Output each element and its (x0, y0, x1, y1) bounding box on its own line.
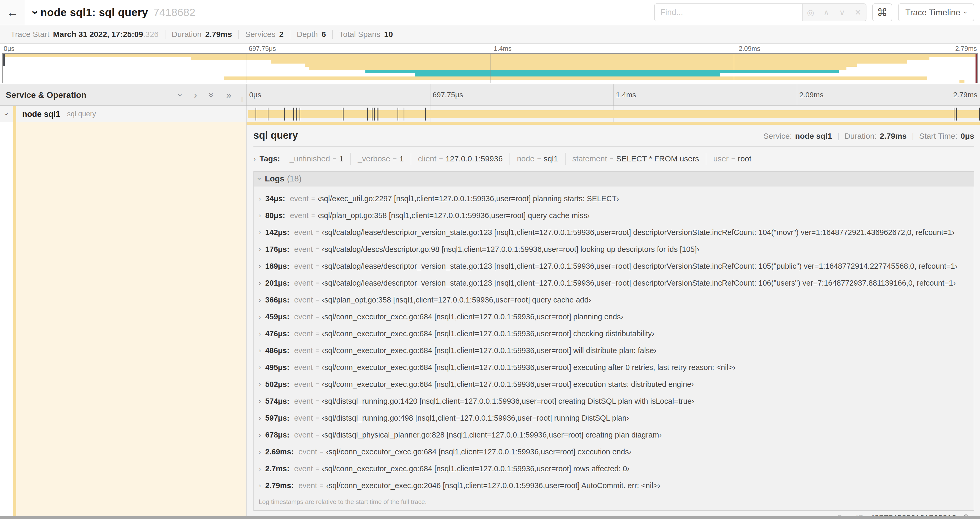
log-row[interactable]: ›486μs:event=‹sql/conn_executor_exec.go:… (254, 342, 974, 359)
log-expand-chevron-icon[interactable]: › (259, 228, 261, 236)
log-field-value: ‹sql/conn_executor_exec.go:684 [nsql1,cl… (322, 363, 735, 372)
logs-header[interactable]: › Logs (18) (254, 172, 974, 187)
log-marker-tick[interactable] (374, 108, 375, 121)
detail-accent-strip (247, 122, 980, 125)
log-row[interactable]: ›597μs:event=‹sql/distsql_running.go:498… (254, 410, 974, 426)
log-marker-tick[interactable] (379, 108, 379, 121)
minimap-gridline (490, 54, 490, 83)
minimap-tick-label: 0μs (4, 45, 14, 53)
span-row[interactable]: › node sql1 sql query (0, 106, 980, 122)
log-marker-tick[interactable] (377, 108, 377, 121)
minimap-right-scrubber[interactable] (975, 54, 977, 83)
log-row[interactable]: ›2.69ms:event=‹sql/conn_executor_exec.go… (254, 443, 974, 460)
log-expand-chevron-icon[interactable]: › (259, 397, 261, 405)
log-expand-chevron-icon[interactable]: › (259, 431, 261, 439)
log-row[interactable]: ›80μs:event=‹sql/plan_opt.go:358 [nsql1,… (254, 207, 974, 224)
clear-search-icon[interactable]: ✕ (850, 4, 866, 21)
log-field-value: ‹sql/conn_executor_exec.go:684 [nsql1,cl… (326, 447, 632, 456)
log-expand-chevron-icon[interactable]: › (259, 363, 261, 372)
log-row[interactable]: ›678μs:event=‹sql/distsql_physical_plann… (254, 426, 974, 443)
log-row[interactable]: ›2.79ms:event=‹sql/conn_executor_exec.go… (254, 477, 974, 494)
log-expand-chevron-icon[interactable]: › (259, 279, 261, 287)
log-expand-chevron-icon[interactable]: › (259, 482, 261, 490)
log-timestamp: 495μs: (265, 363, 290, 372)
minimap-tick-label: 2.79ms (955, 45, 977, 53)
log-row[interactable]: ›366μs:event=‹sql/plan_opt.go:358 [nsql1… (254, 291, 974, 308)
service-operation-header: Service & Operation › › » » ‖ (0, 85, 247, 105)
back-button[interactable]: ← (0, 0, 25, 25)
collapse-all-icon[interactable]: » (207, 93, 217, 97)
span-row-timeline[interactable] (247, 106, 980, 122)
logs-list: ›34μs:event=‹sql/exec_util.go:2297 [nsql… (254, 187, 974, 494)
log-expand-chevron-icon[interactable]: › (259, 330, 261, 338)
log-marker-tick[interactable] (956, 108, 957, 121)
log-marker-tick[interactable] (425, 108, 426, 121)
log-expand-chevron-icon[interactable]: › (259, 195, 261, 203)
log-marker-tick[interactable] (296, 108, 297, 121)
find-box: ◎ ∧ ∨ ✕ (654, 3, 867, 21)
log-timestamp: 597μs: (265, 414, 290, 423)
log-expand-chevron-icon[interactable]: › (259, 211, 261, 220)
logs-count: (18) (287, 174, 301, 184)
next-match-icon[interactable]: ∨ (834, 4, 850, 21)
log-row[interactable]: ›34μs:event=‹sql/exec_util.go:2297 [nsql… (254, 190, 974, 207)
prev-match-icon[interactable]: ∧ (819, 4, 834, 21)
trace-view-selector[interactable]: Trace Timeline › (898, 3, 974, 21)
log-expand-chevron-icon[interactable]: › (259, 245, 261, 254)
span-duration-bar[interactable] (248, 110, 979, 118)
span-collapse-chevron-icon[interactable]: › (2, 113, 11, 115)
minimap-left-scrubber[interactable] (3, 54, 5, 66)
trace-stat: Trace StartMarch 31 2022, 17:25:09.326 (4, 30, 165, 39)
log-row[interactable]: ›502μs:event=‹sql/conn_executor_exec.go:… (254, 376, 974, 393)
log-marker-tick[interactable] (954, 108, 955, 121)
log-row[interactable]: ›495μs:event=‹sql/conn_executor_exec.go:… (254, 359, 974, 376)
log-row[interactable]: ›142μs:event=‹sql/catalog/lease/descript… (254, 224, 974, 241)
log-marker-tick[interactable] (256, 108, 256, 121)
log-row[interactable]: ›189μs:event=‹sql/catalog/lease/descript… (254, 258, 974, 275)
log-timestamp: 34μs: (265, 194, 285, 203)
log-expand-chevron-icon[interactable]: › (259, 313, 261, 321)
minimap-tick-label: 2.09ms (739, 45, 760, 53)
find-input[interactable] (655, 4, 802, 21)
expand-one-icon[interactable]: › (194, 90, 197, 100)
log-expand-chevron-icon[interactable]: › (259, 414, 261, 422)
log-marker-tick[interactable] (268, 108, 269, 121)
column-resizer-grip[interactable]: ‖ (241, 96, 245, 103)
keyboard-shortcuts-button[interactable]: ⌘ (872, 3, 892, 21)
logs-collapse-chevron-icon[interactable]: › (255, 177, 264, 180)
log-expand-chevron-icon[interactable]: › (259, 465, 261, 473)
collapse-one-icon[interactable]: › (175, 93, 186, 96)
timeline-header: Service & Operation › › » » ‖ 0μs697.75μ… (0, 85, 980, 106)
collapse-trace-chevron-icon[interactable]: › (29, 10, 43, 14)
log-marker-tick[interactable] (404, 108, 404, 121)
log-marker-tick[interactable] (398, 108, 398, 121)
log-expand-chevron-icon[interactable]: › (259, 380, 261, 388)
log-marker-tick[interactable] (299, 108, 300, 121)
log-timestamp: 2.79ms: (265, 481, 294, 490)
log-row[interactable]: ›459μs:event=‹sql/conn_executor_exec.go:… (254, 308, 974, 325)
log-row[interactable]: ›176μs:event=‹sql/catalog/descs/descript… (254, 241, 974, 258)
log-timestamp: 678μs: (265, 431, 290, 439)
focus-match-icon[interactable]: ◎ (803, 4, 819, 21)
span-color-bar (13, 106, 16, 122)
log-row[interactable]: ›574μs:event=‹sql/distsql_running.go:142… (254, 393, 974, 410)
log-marker-tick[interactable] (284, 108, 285, 121)
log-marker-tick[interactable] (979, 108, 980, 121)
log-expand-chevron-icon[interactable]: › (259, 347, 261, 355)
tags-row[interactable]: › Tags: _unfinished=1_verbose=1client=12… (253, 153, 974, 165)
log-marker-tick[interactable] (343, 108, 344, 121)
log-expand-chevron-icon[interactable]: › (259, 448, 261, 456)
log-marker-tick[interactable] (367, 108, 368, 121)
log-row[interactable]: ›2.7ms:event=‹sql/conn_executor_exec.go:… (254, 460, 974, 477)
meta-separator: | (912, 132, 914, 141)
log-marker-tick[interactable] (372, 108, 372, 121)
tags-expand-chevron-icon[interactable]: › (253, 155, 256, 163)
minimap-canvas[interactable] (2, 53, 978, 83)
log-expand-chevron-icon[interactable]: › (259, 262, 261, 270)
expand-all-icon[interactable]: » (226, 90, 231, 100)
minimap-tick-label: 1.4ms (494, 45, 512, 53)
log-row[interactable]: ›201μs:event=‹sql/catalog/lease/descript… (254, 275, 974, 291)
log-row[interactable]: ›476μs:event=‹sql/conn_executor_exec.go:… (254, 325, 974, 342)
log-marker-tick[interactable] (293, 108, 294, 121)
log-expand-chevron-icon[interactable]: › (259, 296, 261, 304)
